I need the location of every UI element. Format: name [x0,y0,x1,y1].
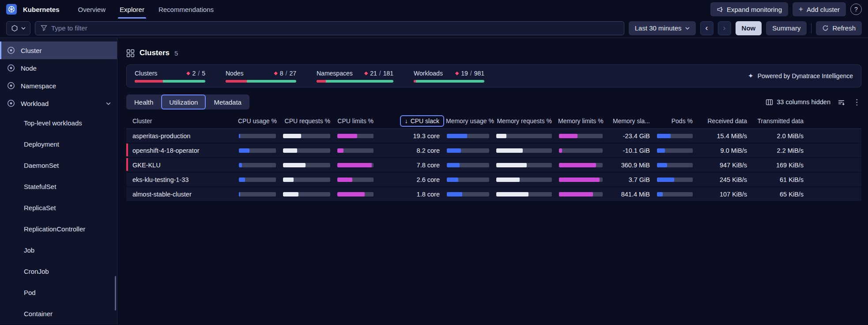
column-header-memory-limits[interactable]: Memory limits % [558,117,609,125]
summary-button[interactable]: Summary [766,21,807,35]
sidebar-item-cluster[interactable]: Cluster [0,42,117,59]
time-prev-button[interactable]: ‹ [700,21,713,35]
sidebar-scrollbar[interactable] [115,276,116,310]
stat-clusters: Clusters◆2/5 [135,70,205,83]
column-header-transmitted-data[interactable]: Transmitted data [753,117,810,125]
bar-fill [496,178,520,182]
metric-bar-cell [336,134,380,138]
metric-bar-cell [656,178,699,182]
sidebar-item-deployment[interactable]: Deployment [0,133,117,155]
now-button[interactable]: Now [736,21,762,35]
column-header-memory-sla[interactable]: Memory sla... [609,117,656,125]
sidebar-item-namespace[interactable]: Namespace [0,77,117,94]
sidebar-item-pod[interactable]: Pod [0,282,117,303]
stat-counts: ◆8/27 [274,70,296,77]
nav-item-overview[interactable]: Overview [71,0,113,19]
bar-fill [283,192,298,197]
tab-metadata[interactable]: Metadata [206,94,249,110]
bar-fill [239,163,242,167]
bar-track [496,163,552,167]
expand-monitoring-button[interactable]: Expand monitoring [710,2,788,16]
critical-diamond-icon: ◆ [274,70,277,76]
metric-bar-cell [446,134,495,138]
tab-health[interactable]: Health [126,94,161,110]
table-row-eks-klu-testing-1-33[interactable]: eks-klu-testing-1-332.6 core3.7 GiB245 K… [126,173,861,187]
nav-item-label: Recommendations [159,6,214,13]
metric-bar-cell [282,192,336,197]
nav-item-explorer[interactable]: Explorer [113,0,151,19]
cluster-icon [6,45,16,55]
sidebar-item-label: Node [21,64,37,72]
table-row-openshift-4-18-operator[interactable]: openshift-4-18-operator8.2 core-10.1 GiB… [126,144,861,158]
bar-track [337,178,374,182]
metric-bar-cell [238,192,282,197]
column-header-received-data[interactable]: Received data [699,117,753,125]
table-row-gke-klu[interactable]: GKE-KLU7.8 core360.9 MiB947 KiB/s169 KiB… [126,158,861,173]
sidebar-item-cronjob[interactable]: CronJob [0,261,117,282]
column-header-cpu-limits[interactable]: CPU limits % [336,117,380,125]
table-row-asperitas-production[interactable]: asperitas-production19.3 core-23.4 GiB15… [126,129,861,144]
sidebar-item-statefulset[interactable]: StatefulSet [0,176,117,197]
column-header-cpu-slack[interactable]: ↓CPU slack [380,115,446,127]
clusters-grid-icon [126,49,135,57]
nav-item-recommendations[interactable]: Recommendations [151,0,221,19]
scope-selector[interactable] [6,21,30,35]
stat-problematic-count: 21 [370,70,377,77]
column-header-cluster[interactable]: Cluster [126,117,238,125]
refresh-button[interactable]: Refresh [816,21,862,35]
view-tabs: HealthUtilizationMetadata [126,94,249,110]
tab-utilization[interactable]: Utilization [161,94,206,110]
help-icon[interactable]: ? [850,4,862,15]
bar-fill [239,148,249,153]
column-header-cpu-requests[interactable]: CPU requests % [282,117,336,125]
metric-bar-cell [446,148,495,153]
bar-track [657,163,693,167]
sidebar-item-replicationcontroller[interactable]: ReplicationController [0,218,117,239]
bar-track [239,178,276,182]
metric-bar-cell [282,134,336,138]
sidebar-item-job[interactable]: Job [0,239,117,261]
metric-value-cell: 107 KiB/s [699,191,753,198]
sidebar-item-daemonset[interactable]: DaemonSet [0,155,117,176]
filter-input[interactable] [51,24,619,32]
column-header-label: CPU limits % [337,117,374,125]
add-cluster-button[interactable]: + Add cluster [793,2,846,16]
table-row-almost-stable-cluster[interactable]: almost-stable-cluster1.8 core841.4 MiB10… [126,187,861,202]
bar-fill [559,134,577,138]
hidden-columns-control[interactable]: 33 columns hidden [766,98,830,106]
sidebar-item-container[interactable]: Container [0,303,117,324]
kebab-menu-icon[interactable]: ⋮ [852,98,861,107]
table-settings-icon[interactable] [838,98,845,106]
sidebar-item-node[interactable]: Node [0,59,117,77]
metric-value-cell: 15.4 MiB/s [699,132,753,140]
sidebar-item-workload[interactable]: Workload [0,94,117,112]
column-header-pods[interactable]: Pods % [656,117,699,125]
metric-value-cell: 19.3 core [380,132,446,140]
stat-problematic-count: 8 [280,70,283,77]
table-controls: 33 columns hidden ⋮ [766,98,861,107]
summary-label: Summary [772,24,800,32]
metric-value-cell: 1.8 core [380,191,446,198]
bar-fill [283,163,306,167]
time-range-button[interactable]: Last 30 minutes [629,21,696,35]
column-header-memory-usage[interactable]: Memory usage % [446,117,495,125]
sidebar-item-top-level-workloads[interactable]: Top-level workloads [0,112,117,133]
main-content: Clusters 5 Clusters◆2/5Nodes◆8/27Namespa… [117,38,868,325]
time-next-button[interactable]: › [718,21,731,35]
bar-fill [657,192,663,197]
column-header-memory-requests[interactable]: Memory requests % [495,117,558,125]
sidebar-item-label: ReplicationController [24,225,85,233]
column-header-cpu-usage[interactable]: CPU usage % [238,117,282,125]
chevron-down-icon [685,27,690,30]
sort-desc-icon: ↓ [405,117,408,125]
metric-value-cell: 245 KiB/s [699,176,753,183]
sidebar-item-replicaset[interactable]: ReplicaSet [0,197,117,218]
metric-bar-cell [495,163,558,167]
cluster-name-cell: asperitas-production [126,132,238,140]
metric-bar-cell [558,163,609,167]
topbar: Kubernetes OverviewExplorerRecommendatio… [0,0,868,19]
powered-by-label: Powered by Dynatrace Intelligence [758,72,853,79]
bar-fill [447,163,460,167]
stat-workloads: Workloads◆19/981 [414,70,484,83]
sidebar-item-label: Cluster [21,47,42,54]
